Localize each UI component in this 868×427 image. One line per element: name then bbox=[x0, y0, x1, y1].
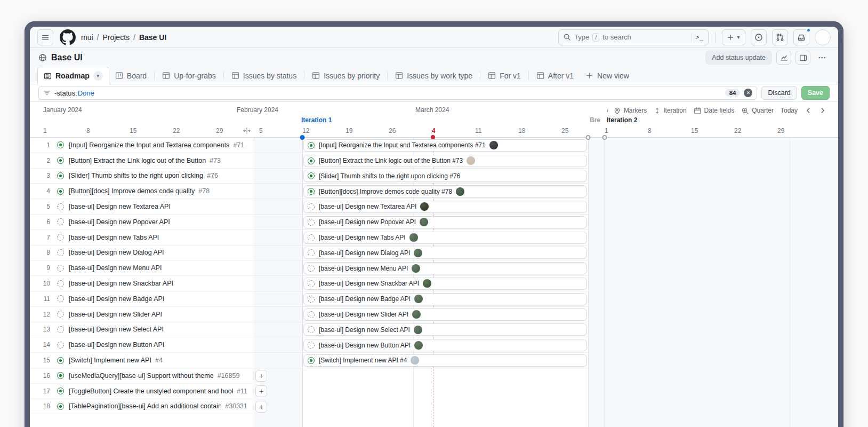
list-item[interactable]: 16[useMediaQuery][base-ui] Support witho… bbox=[30, 368, 253, 384]
item-title: [Button][docs] Improve demos code qualit… bbox=[69, 187, 195, 195]
tick-label: 1 bbox=[43, 127, 47, 135]
side-panel-button[interactable] bbox=[795, 51, 810, 65]
gantt-bar[interactable]: [base-ui] Design new Textarea API bbox=[303, 201, 587, 213]
tab-up-for-grabs[interactable]: Up-for-grabs bbox=[156, 67, 222, 84]
header-divider bbox=[715, 32, 716, 43]
save-button[interactable]: Save bbox=[801, 86, 830, 100]
global-search-input[interactable]: Type / to search >_ bbox=[558, 29, 709, 45]
toolbar-date-fields[interactable]: Date fields bbox=[694, 107, 735, 115]
gantt-bar-title: [base-ui] Design new Badge API bbox=[319, 295, 411, 303]
gantt-bar-title: [Button] Extract the Link logic out of t… bbox=[319, 157, 463, 164]
tab-for-v1[interactable]: For v1 bbox=[482, 67, 527, 84]
tab-label: Issues by status bbox=[243, 72, 296, 80]
gantt-bar[interactable]: [Switch] Implement new API #4 bbox=[303, 354, 587, 367]
hamburger-menu-button[interactable] bbox=[37, 29, 53, 45]
gantt-bar[interactable]: [Slider] Thumb shifts to the right upon … bbox=[303, 170, 587, 182]
gantt-bar[interactable]: [base-ui] Design new Slider API bbox=[303, 309, 587, 321]
add-date-button[interactable]: + bbox=[255, 385, 267, 397]
tab-divider bbox=[387, 71, 388, 80]
list-item[interactable]: 7[base-ui] Design new Tabs API bbox=[30, 230, 253, 246]
list-item[interactable]: 10[base-ui] Design new Snackbar API bbox=[30, 276, 253, 291]
tab-divider bbox=[480, 71, 480, 80]
timeline-row-separator bbox=[253, 291, 588, 291]
list-item[interactable]: 9[base-ui] Design new Menu API bbox=[30, 260, 253, 276]
item-title: [base-ui] Design new Popover API bbox=[69, 218, 170, 226]
github-projects-window: mui / Projects / Base UI Type / to searc… bbox=[30, 27, 838, 427]
row-number: 16 bbox=[37, 372, 50, 379]
command-palette-icon[interactable]: >_ bbox=[695, 34, 704, 41]
tick-label: 22 bbox=[173, 127, 180, 135]
open-issue-icon bbox=[57, 157, 64, 164]
tick-label: 25 bbox=[561, 127, 568, 135]
user-avatar[interactable] bbox=[815, 29, 831, 45]
breadcrumb-projects[interactable]: Projects bbox=[102, 33, 130, 42]
issues-button[interactable] bbox=[751, 29, 767, 45]
filter-query-input[interactable]: -status:Done 84 ✕ bbox=[38, 86, 757, 100]
timeline-row-separator bbox=[253, 352, 588, 353]
clear-filter-icon[interactable]: ✕ bbox=[744, 89, 752, 97]
list-item[interactable]: 6[base-ui] Design new Popover API bbox=[30, 215, 253, 230]
tab-roadmap[interactable]: Roadmap▼ bbox=[37, 67, 109, 84]
item-title: [Slider] Thumb shifts to the right upon … bbox=[69, 172, 203, 179]
list-item[interactable]: 18[TablePagination][base-ui] Add an addi… bbox=[30, 399, 253, 415]
list-item[interactable]: 11[base-ui] Design new Badge API bbox=[30, 291, 253, 307]
column-resize-handle[interactable] bbox=[243, 126, 251, 135]
draft-issue-icon bbox=[57, 265, 64, 272]
add-date-button[interactable]: + bbox=[255, 401, 267, 413]
list-item[interactable]: 4[Button][docs] Improve demos code quali… bbox=[30, 184, 253, 199]
tab-after-v1[interactable]: After v1 bbox=[531, 67, 580, 84]
discard-button[interactable]: Discard bbox=[761, 86, 797, 100]
list-item[interactable]: 5[base-ui] Design new Textarea API bbox=[30, 199, 253, 215]
iteration-1-start-marker[interactable] bbox=[300, 135, 305, 140]
iteration-1-end-marker[interactable] bbox=[586, 135, 591, 140]
chevron-right-icon[interactable] bbox=[819, 107, 826, 114]
list-item[interactable]: 14[base-ui] Design new Button API bbox=[30, 337, 253, 353]
tab-issues-by-status[interactable]: Issues by status bbox=[226, 67, 302, 84]
inbox-wrapper bbox=[793, 29, 809, 45]
tab-menu-caret-icon[interactable]: ▼ bbox=[93, 71, 103, 81]
draft-issue-icon bbox=[57, 311, 64, 318]
toolbar-quarter[interactable]: Quarter bbox=[741, 107, 774, 115]
tab-issues-by-work-type[interactable]: Issues by work type bbox=[389, 67, 478, 84]
list-item[interactable]: 8[base-ui] Design new Dialog API bbox=[30, 246, 253, 261]
gantt-bar[interactable]: [base-ui] Design new Snackbar API bbox=[303, 278, 587, 290]
gantt-bar[interactable]: [Input] Reorganize the Input and Textare… bbox=[303, 139, 587, 152]
toolbar-iteration[interactable]: Iteration bbox=[654, 107, 686, 114]
gantt-bar[interactable]: [base-ui] Design new Popover API bbox=[303, 216, 587, 228]
insights-button[interactable] bbox=[776, 51, 791, 65]
list-item[interactable]: 2[Button] Extract the Link logic out of … bbox=[30, 153, 253, 169]
list-item[interactable]: 12[base-ui] Design new Slider API bbox=[30, 307, 253, 322]
list-item[interactable]: 1[Input] Reorganize the Input and Textar… bbox=[30, 138, 253, 153]
item-title: [base-ui] Design new Menu API bbox=[69, 264, 162, 272]
toolbar-today[interactable]: Today bbox=[781, 107, 798, 114]
list-item[interactable]: 3[Slider] Thumb shifts to the right upon… bbox=[30, 169, 253, 184]
list-item[interactable]: 17[ToggleButton] Create the unstyled com… bbox=[30, 384, 253, 399]
chevron-left-icon[interactable] bbox=[805, 107, 812, 114]
item-title: [Switch] Implement new API bbox=[69, 357, 151, 364]
tab-divider bbox=[154, 71, 155, 80]
github-logo-icon[interactable] bbox=[60, 29, 76, 45]
gantt-bar[interactable]: [base-ui] Design new Menu API bbox=[303, 262, 587, 274]
tab-issues-by-priority[interactable]: Issues by priority bbox=[306, 67, 385, 84]
list-item[interactable]: 15[Switch] Implement new API#4 bbox=[30, 353, 253, 368]
gantt-bar[interactable]: [base-ui] Design new Dialog API bbox=[303, 247, 587, 259]
issue-number: #78 bbox=[198, 187, 210, 195]
gantt-bar[interactable]: [base-ui] Design new Button API bbox=[303, 339, 587, 351]
tab-board[interactable]: Board bbox=[109, 67, 152, 84]
gantt-bar[interactable]: [base-ui] Design new Badge API bbox=[303, 293, 587, 305]
gantt-bar-title: [Input] Reorganize the Input and Textare… bbox=[319, 141, 486, 149]
create-new-button[interactable]: ▼ bbox=[722, 29, 745, 45]
project-menu-kebab-button[interactable]: ⋯ bbox=[815, 51, 830, 65]
gantt-bar[interactable]: [base-ui] Design new Tabs API bbox=[303, 232, 587, 244]
add-date-button[interactable]: + bbox=[255, 370, 267, 382]
gantt-bar[interactable]: [base-ui] Design new Select API bbox=[303, 323, 587, 336]
breadcrumb-org[interactable]: mui bbox=[81, 33, 93, 42]
gantt-bar[interactable]: [Button] Extract the Link logic out of t… bbox=[303, 155, 587, 167]
iteration-2-start-marker[interactable] bbox=[602, 135, 607, 140]
gantt-bar[interactable]: [Button][docs] Improve demos code qualit… bbox=[303, 185, 587, 197]
toolbar-markers[interactable]: Markers bbox=[613, 107, 647, 115]
tab-new-view[interactable]: New view bbox=[580, 67, 635, 84]
pull-requests-button[interactable] bbox=[772, 29, 788, 45]
add-status-update-button[interactable]: Add status update bbox=[705, 51, 772, 65]
list-item[interactable]: 13[base-ui] Design new Select API bbox=[30, 322, 253, 338]
